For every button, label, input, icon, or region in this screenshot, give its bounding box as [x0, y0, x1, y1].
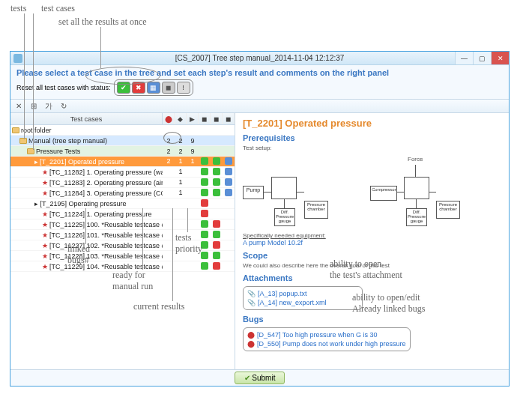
folder-icon — [12, 127, 19, 133]
submit-button[interactable]: Submit — [235, 372, 285, 384]
spec-label: Specifically needed equipment: — [243, 232, 501, 239]
window-title: [CS_2007] Tree step manual_2014-11-04 12… — [175, 54, 345, 62]
bugs-box: ⬤[D_547] Too high pressure when G is 30 … — [243, 327, 411, 351]
clip-icon: 📎 — [247, 290, 256, 297]
tree-row[interactable]: ★ [TC_11226] 101. *Reusable testcase on … — [10, 230, 235, 240]
tree-manual[interactable]: Manual (tree step manual) 229 — [10, 136, 235, 146]
detail-panel: [T_2201] Operated pressure Prerequisites… — [235, 113, 509, 369]
clip-icon: 📎 — [247, 299, 256, 306]
status-pass-button[interactable]: ✔ — [117, 82, 130, 94]
tree-row[interactable]: ★ [TC_11282] 1. Operating pressure (want… — [10, 167, 235, 178]
prereq-text: Test setup: — [243, 145, 501, 151]
tree-pressure[interactable]: Pressure Tests 229 — [10, 146, 235, 157]
tree-row[interactable]: ★ [TC_11284] 3. Operating pressure (CO2)… — [10, 188, 235, 198]
reset-row: Reset all test cases with status: ✔ ✖ ▦ … — [10, 79, 509, 100]
callout-set-all: set all the results at once — [58, 16, 147, 28]
tree-row[interactable]: ▸ [T_2195] Operating pressure — [10, 198, 235, 209]
spec-link[interactable]: A pump Model 10.2f — [243, 239, 303, 246]
maximize-button[interactable]: ▢ — [473, 52, 491, 64]
footer: Submit — [10, 369, 509, 386]
toolbar: ✕ ⊞ 가 ↻ — [10, 100, 509, 113]
tree-row[interactable]: ★ [TC_11228] 103. *Reusable testcase on … — [10, 251, 235, 261]
app-window: [CS_2007] Tree step manual_2014-11-04 12… — [10, 51, 510, 387]
folder-icon — [27, 148, 34, 154]
tree-row[interactable]: ★ [TC_11229] 104. *Reusable testcase on … — [10, 261, 235, 272]
col-result3-icon: ◼ — [223, 113, 235, 124]
folder-icon — [19, 138, 27, 144]
attachment-item[interactable]: 📎[A_14] new_export.xml — [247, 298, 358, 307]
tree-body[interactable]: root folder Manual (tree step manual) 22… — [10, 125, 235, 369]
attachment-item[interactable]: 📎[A_13] popup.txt — [247, 289, 358, 298]
tree-header: Test cases ⬤ ◆ ▶ ◼ ◼ ◼ — [10, 113, 235, 125]
tree-toggle-icon[interactable]: 가 — [43, 101, 54, 112]
bug-item[interactable]: ⬤[D_550] Pump does not work under high p… — [247, 339, 406, 348]
tree-header-label: Test cases — [10, 113, 163, 124]
status-button-group: ✔ ✖ ▦ ◼ ! — [114, 79, 193, 96]
bugs-heading: Bugs — [243, 315, 501, 324]
status-na-button[interactable]: ▦ — [147, 82, 160, 94]
col-result-icon: ◼ — [199, 113, 211, 124]
tree-root[interactable]: root folder — [10, 125, 235, 136]
attachments-box: 📎[A_13] popup.txt 📎[A_14] new_export.xml — [243, 286, 363, 310]
status-blocked-button[interactable]: ◼ — [162, 82, 175, 94]
bug-icon: ⬤ — [247, 331, 255, 339]
expand-icon[interactable]: ✕ — [13, 101, 24, 112]
tree-row[interactable]: ★ [TC_11225] 100. *Reusable testcase on … — [10, 219, 235, 230]
bug-icon: ⬤ — [247, 340, 255, 348]
callout-tests: tests — [10, 3, 26, 14]
status-fail-button[interactable]: ✖ — [132, 82, 145, 94]
app-icon — [13, 54, 22, 63]
scope-heading: Scope — [243, 251, 501, 260]
detail-title: [T_2201] Operated pressure — [243, 118, 501, 129]
col-bug-icon: ⬤ — [163, 113, 175, 124]
callout-test-cases: test cases — [41, 3, 75, 14]
close-button[interactable]: ✕ — [491, 52, 509, 64]
instruction-text: Please select a test case in the tree an… — [10, 65, 509, 79]
status-warn-button[interactable]: ! — [177, 82, 190, 94]
col-ready-icon: ▶ — [187, 113, 199, 124]
col-priority-icon: ◆ — [175, 113, 187, 124]
prereq-heading: Prerequisites — [243, 133, 501, 142]
tree-row[interactable]: ★ [TC_11224] 1. Operating pressure — [10, 209, 235, 219]
minimize-button[interactable]: — — [455, 52, 473, 64]
tree-row[interactable]: ★ [TC_11227] 102. *Reusable testcase on … — [10, 240, 235, 251]
refresh-icon[interactable]: ↻ — [58, 101, 69, 112]
diagram: Pump Diff. Pressure gauge Pressure chamb… — [243, 154, 501, 229]
tree-selected[interactable]: ▸ [T_2201] Operated pressure 211 — [10, 157, 235, 167]
collapse-icon[interactable]: ⊞ — [28, 101, 39, 112]
scope-text: We could also describe here the overall … — [243, 262, 501, 269]
titlebar: [CS_2007] Tree step manual_2014-11-04 12… — [10, 52, 509, 65]
tree-row[interactable]: ★ [TC_11283] 2. Operating pressure (air)… — [10, 178, 235, 188]
reset-label: Reset all test cases with status: — [16, 84, 111, 91]
bug-item[interactable]: ⬤[D_547] Too high pressure when G is 30 — [247, 330, 406, 339]
attachments-heading: Attachments — [243, 273, 501, 282]
tree-panel: Test cases ⬤ ◆ ▶ ◼ ◼ ◼ root folder Manua… — [10, 113, 235, 369]
col-result2-icon: ◼ — [211, 113, 223, 124]
